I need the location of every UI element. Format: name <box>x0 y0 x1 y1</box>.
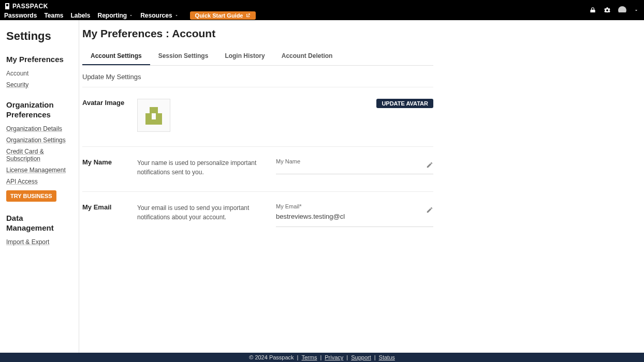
name-field: My Name <box>276 158 433 174</box>
sidebar-title: Settings <box>6 29 72 43</box>
email-field-wrapper: My Email* bestreviews.testing@cl <box>276 203 433 227</box>
email-field-value: bestreviews.testing@cl <box>276 213 433 220</box>
name-section-desc: Your name is used to personalize importa… <box>137 158 271 177</box>
avatar-section-label: Avatar Image <box>82 99 137 132</box>
svg-rect-3 <box>145 113 152 125</box>
nav-resources-label: Resources <box>140 12 172 19</box>
quick-start-button[interactable]: Quick Start Guide <box>190 11 256 20</box>
email-field: My Email* bestreviews.testing@cl <box>276 203 433 227</box>
chevron-down-icon[interactable] <box>634 8 639 13</box>
sidebar-heading-data-mgmt: Data Management <box>6 213 72 233</box>
name-section-label: My Name <box>82 158 137 177</box>
edit-email-button[interactable] <box>426 206 433 214</box>
nav-passwords[interactable]: Passwords <box>4 12 37 19</box>
sidebar-section-data-mgmt: Data Management Import & Export <box>6 213 72 246</box>
nav-reporting-label: Reporting <box>98 12 127 19</box>
sidebar-link-security[interactable]: Security <box>6 81 72 88</box>
svg-rect-4 <box>156 113 162 125</box>
logo-icon <box>4 3 10 9</box>
sidebar-link-account[interactable]: Account <box>6 70 72 77</box>
footer-privacy-link[interactable]: Privacy <box>325 354 343 360</box>
footer-support-link[interactable]: Support <box>351 354 371 360</box>
sidebar-link-org-settings[interactable]: Organization Settings <box>6 137 72 144</box>
sidebar-heading-my-preferences: My Preferences <box>6 54 72 65</box>
nav-resources[interactable]: Resources <box>140 12 178 19</box>
tabs: Account Settings Session Settings Login … <box>82 47 433 66</box>
section-my-name: My Name Your name is used to personalize… <box>82 147 433 192</box>
footer-copyright: © 2024 Passpack <box>249 354 294 360</box>
section-avatar: Avatar Image UPDATE AVATAR <box>82 87 433 147</box>
footer-sep: | <box>320 354 321 360</box>
svg-rect-5 <box>152 119 156 125</box>
nav-bar: Passwords Teams Labels Reporting Resourc… <box>0 12 644 20</box>
update-avatar-button[interactable]: UPDATE AVATAR <box>376 99 433 108</box>
footer-status-link[interactable]: Status <box>379 354 395 360</box>
sidebar-link-credit-card[interactable]: Credit Card & Subscription <box>6 148 72 162</box>
sidebar-link-import-export[interactable]: Import & Export <box>6 238 72 246</box>
name-field-wrapper: My Name <box>276 158 433 177</box>
try-business-button[interactable]: TRY BUSINESS <box>6 190 56 202</box>
chevron-down-icon <box>174 13 179 18</box>
email-section-body: Your email is used to send you important… <box>137 203 433 227</box>
name-section-body: Your name is used to personalize importa… <box>137 158 433 177</box>
tab-account-deletion[interactable]: Account Deletion <box>273 47 341 65</box>
email-section-label: My Email <box>82 203 137 227</box>
footer-terms-link[interactable]: Terms <box>301 354 317 360</box>
svg-rect-2 <box>150 107 158 113</box>
page-title: My Preferences : Account <box>82 27 433 40</box>
main-inner: My Preferences : Account Account Setting… <box>82 27 433 242</box>
quick-start-label: Quick Start Guide <box>195 12 243 19</box>
sidebar-heading-org-preferences: Organization Preferences <box>6 100 72 120</box>
tab-session-settings[interactable]: Session Settings <box>150 47 217 65</box>
main-content: My Preferences : Account Account Setting… <box>79 20 644 353</box>
footer-sep: | <box>297 354 299 360</box>
sidebar-section-org-preferences: Organization Preferences Organization De… <box>6 100 72 202</box>
pencil-icon <box>426 206 433 214</box>
chevron-down-icon <box>129 13 133 18</box>
pencil-icon <box>426 161 433 169</box>
sidebar-link-license-mgmt[interactable]: License Management <box>6 167 72 174</box>
brand-logo: PASSPACK <box>4 3 48 10</box>
update-settings-heading: Update My Settings <box>82 66 433 87</box>
brand-text: PASSPACK <box>12 3 48 10</box>
email-field-label: My Email* <box>276 203 433 209</box>
sidebar: Settings My Preferences Account Security… <box>0 20 79 353</box>
edit-name-button[interactable] <box>426 161 433 169</box>
page-body: Settings My Preferences Account Security… <box>0 20 644 353</box>
footer-sep: | <box>374 354 376 360</box>
sidebar-section-my-preferences: My Preferences Account Security <box>6 54 72 88</box>
section-my-email: My Email Your email is used to send you … <box>82 192 433 242</box>
avatar-placeholder-icon <box>142 104 165 127</box>
nav-reporting[interactable]: Reporting <box>98 12 134 19</box>
svg-rect-1 <box>6 4 8 6</box>
email-section-desc: Your email is used to send you important… <box>137 203 271 227</box>
sidebar-link-api-access[interactable]: API Access <box>6 178 72 185</box>
footer: © 2024 Passpack | Terms | Privacy | Supp… <box>0 353 644 362</box>
tab-login-history[interactable]: Login History <box>216 47 273 65</box>
nav-teams[interactable]: Teams <box>44 12 63 19</box>
tab-account-settings[interactable]: Account Settings <box>82 47 150 65</box>
avatar-section-body: UPDATE AVATAR <box>137 99 433 132</box>
sidebar-link-org-details[interactable]: Organization Details <box>6 125 72 132</box>
external-link-icon <box>245 13 251 18</box>
nav-labels[interactable]: Labels <box>71 12 91 19</box>
avatar-image-placeholder <box>137 99 170 132</box>
name-field-label: My Name <box>276 158 433 164</box>
footer-sep: | <box>346 354 348 360</box>
brand-bar: PASSPACK <box>0 0 644 12</box>
